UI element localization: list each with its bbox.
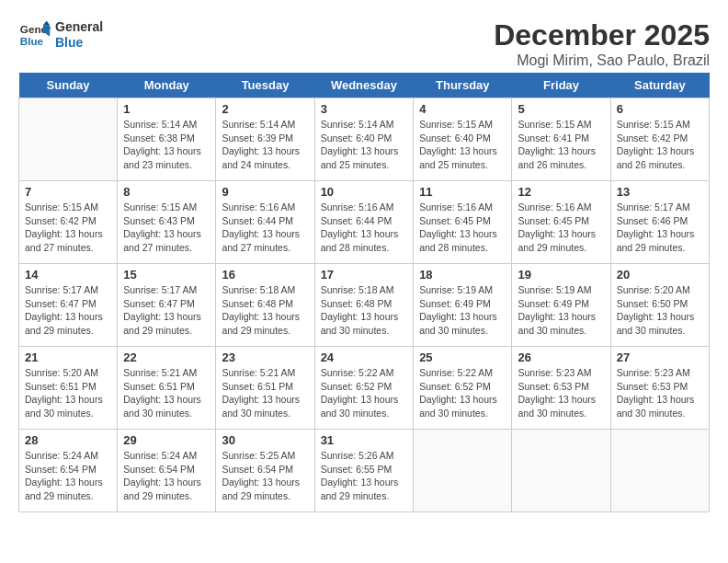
day-number: 10 xyxy=(321,185,408,199)
cell-info: Sunrise: 5:19 AMSunset: 6:49 PMDaylight:… xyxy=(518,283,604,338)
day-cell: 11Sunrise: 5:16 AMSunset: 6:45 PMDayligh… xyxy=(414,181,512,264)
logo-icon: General Blue xyxy=(18,18,51,52)
day-number: 6 xyxy=(617,102,703,116)
day-cell: 22Sunrise: 5:21 AMSunset: 6:51 PMDayligh… xyxy=(118,347,216,430)
day-number: 31 xyxy=(321,433,408,447)
day-header-thursday: Thursday xyxy=(414,73,512,98)
week-row-3: 21Sunrise: 5:20 AMSunset: 6:51 PMDayligh… xyxy=(19,347,710,430)
day-number: 2 xyxy=(222,102,308,116)
cell-info: Sunrise: 5:16 AMSunset: 6:45 PMDaylight:… xyxy=(419,201,506,255)
day-number: 5 xyxy=(518,102,604,116)
cell-info: Sunrise: 5:24 AMSunset: 6:54 PMDaylight:… xyxy=(123,449,210,503)
cell-info: Sunrise: 5:14 AMSunset: 6:40 PMDaylight:… xyxy=(321,118,408,172)
day-header-wednesday: Wednesday xyxy=(314,73,414,98)
day-cell xyxy=(414,430,512,512)
cell-info: Sunrise: 5:18 AMSunset: 6:48 PMDaylight:… xyxy=(222,283,308,338)
cell-info: Sunrise: 5:14 AMSunset: 6:38 PMDaylight:… xyxy=(123,118,210,172)
day-number: 17 xyxy=(321,268,408,282)
cell-info: Sunrise: 5:26 AMSunset: 6:55 PMDaylight:… xyxy=(321,449,408,503)
day-cell: 23Sunrise: 5:21 AMSunset: 6:51 PMDayligh… xyxy=(216,347,314,430)
cell-info: Sunrise: 5:16 AMSunset: 6:44 PMDaylight:… xyxy=(321,201,408,255)
cell-info: Sunrise: 5:22 AMSunset: 6:52 PMDaylight:… xyxy=(321,366,408,420)
day-header-friday: Friday xyxy=(512,73,610,98)
svg-text:Blue: Blue xyxy=(20,35,44,47)
day-cell: 27Sunrise: 5:23 AMSunset: 6:53 PMDayligh… xyxy=(610,347,709,430)
day-cell: 16Sunrise: 5:18 AMSunset: 6:48 PMDayligh… xyxy=(216,264,314,347)
day-cell: 24Sunrise: 5:22 AMSunset: 6:52 PMDayligh… xyxy=(314,347,414,430)
week-row-2: 14Sunrise: 5:17 AMSunset: 6:47 PMDayligh… xyxy=(19,264,710,347)
logo: General Blue General Blue xyxy=(18,18,103,52)
cell-info: Sunrise: 5:15 AMSunset: 6:43 PMDaylight:… xyxy=(123,201,210,255)
day-number: 29 xyxy=(123,433,210,447)
day-cell: 15Sunrise: 5:17 AMSunset: 6:47 PMDayligh… xyxy=(118,264,216,347)
cell-info: Sunrise: 5:21 AMSunset: 6:51 PMDaylight:… xyxy=(123,366,210,420)
day-number: 19 xyxy=(518,268,604,282)
day-header-sunday: Sunday xyxy=(19,73,118,98)
day-header-monday: Monday xyxy=(118,73,216,98)
location-title: Mogi Mirim, Sao Paulo, Brazil xyxy=(494,52,710,69)
day-cell: 7Sunrise: 5:15 AMSunset: 6:42 PMDaylight… xyxy=(19,181,118,264)
calendar-body: 1Sunrise: 5:14 AMSunset: 6:38 PMDaylight… xyxy=(19,98,710,512)
cell-info: Sunrise: 5:22 AMSunset: 6:52 PMDaylight:… xyxy=(419,366,506,420)
day-number: 28 xyxy=(25,433,111,447)
day-cell: 17Sunrise: 5:18 AMSunset: 6:48 PMDayligh… xyxy=(314,264,414,347)
cell-info: Sunrise: 5:19 AMSunset: 6:49 PMDaylight:… xyxy=(419,283,506,338)
cell-info: Sunrise: 5:17 AMSunset: 6:47 PMDaylight:… xyxy=(123,283,210,338)
day-cell: 19Sunrise: 5:19 AMSunset: 6:49 PMDayligh… xyxy=(512,264,610,347)
day-cell: 21Sunrise: 5:20 AMSunset: 6:51 PMDayligh… xyxy=(19,347,118,430)
day-cell xyxy=(610,430,709,512)
day-number: 25 xyxy=(419,350,506,364)
page-header: General Blue General Blue December 2025 … xyxy=(18,18,710,69)
day-cell: 26Sunrise: 5:23 AMSunset: 6:53 PMDayligh… xyxy=(512,347,610,430)
day-header-tuesday: Tuesday xyxy=(216,73,314,98)
day-number: 3 xyxy=(321,102,408,116)
day-number: 20 xyxy=(617,268,703,282)
calendar-table: SundayMondayTuesdayWednesdayThursdayFrid… xyxy=(18,73,710,512)
week-row-1: 7Sunrise: 5:15 AMSunset: 6:42 PMDaylight… xyxy=(19,181,710,264)
day-number: 8 xyxy=(123,185,210,199)
cell-info: Sunrise: 5:17 AMSunset: 6:46 PMDaylight:… xyxy=(617,201,703,255)
day-cell xyxy=(512,430,610,512)
day-cell: 10Sunrise: 5:16 AMSunset: 6:44 PMDayligh… xyxy=(314,181,414,264)
day-number: 1 xyxy=(123,102,210,116)
day-number: 11 xyxy=(419,185,506,199)
day-number: 13 xyxy=(617,185,703,199)
day-header-saturday: Saturday xyxy=(610,73,709,98)
cell-info: Sunrise: 5:23 AMSunset: 6:53 PMDaylight:… xyxy=(518,366,604,420)
cell-info: Sunrise: 5:16 AMSunset: 6:45 PMDaylight:… xyxy=(518,201,604,255)
day-cell: 6Sunrise: 5:15 AMSunset: 6:42 PMDaylight… xyxy=(610,98,709,181)
day-number: 27 xyxy=(617,350,703,364)
cell-info: Sunrise: 5:15 AMSunset: 6:41 PMDaylight:… xyxy=(518,118,604,172)
logo-line1: General xyxy=(55,19,103,35)
cell-info: Sunrise: 5:25 AMSunset: 6:54 PMDaylight:… xyxy=(222,449,308,503)
week-row-0: 1Sunrise: 5:14 AMSunset: 6:38 PMDaylight… xyxy=(19,98,710,181)
day-cell: 20Sunrise: 5:20 AMSunset: 6:50 PMDayligh… xyxy=(610,264,709,347)
cell-info: Sunrise: 5:24 AMSunset: 6:54 PMDaylight:… xyxy=(25,449,111,503)
day-number: 18 xyxy=(419,268,506,282)
day-number: 4 xyxy=(419,102,506,116)
day-cell: 5Sunrise: 5:15 AMSunset: 6:41 PMDaylight… xyxy=(512,98,610,181)
day-cell: 25Sunrise: 5:22 AMSunset: 6:52 PMDayligh… xyxy=(414,347,512,430)
day-number: 7 xyxy=(25,185,111,199)
day-cell: 28Sunrise: 5:24 AMSunset: 6:54 PMDayligh… xyxy=(19,430,118,512)
day-number: 30 xyxy=(222,433,308,447)
day-cell: 29Sunrise: 5:24 AMSunset: 6:54 PMDayligh… xyxy=(118,430,216,512)
month-title: December 2025 xyxy=(494,18,710,52)
day-number: 15 xyxy=(123,268,210,282)
day-cell: 14Sunrise: 5:17 AMSunset: 6:47 PMDayligh… xyxy=(19,264,118,347)
day-cell: 18Sunrise: 5:19 AMSunset: 6:49 PMDayligh… xyxy=(414,264,512,347)
cell-info: Sunrise: 5:16 AMSunset: 6:44 PMDaylight:… xyxy=(222,201,308,255)
day-cell: 12Sunrise: 5:16 AMSunset: 6:45 PMDayligh… xyxy=(512,181,610,264)
day-cell: 9Sunrise: 5:16 AMSunset: 6:44 PMDaylight… xyxy=(216,181,314,264)
day-cell: 2Sunrise: 5:14 AMSunset: 6:39 PMDaylight… xyxy=(216,98,314,181)
day-cell: 1Sunrise: 5:14 AMSunset: 6:38 PMDaylight… xyxy=(118,98,216,181)
day-number: 24 xyxy=(321,350,408,364)
day-cell: 4Sunrise: 5:15 AMSunset: 6:40 PMDaylight… xyxy=(414,98,512,181)
cell-info: Sunrise: 5:23 AMSunset: 6:53 PMDaylight:… xyxy=(617,366,703,420)
cell-info: Sunrise: 5:17 AMSunset: 6:47 PMDaylight:… xyxy=(25,283,111,338)
title-area: December 2025 Mogi Mirim, Sao Paulo, Bra… xyxy=(494,18,710,69)
cell-info: Sunrise: 5:20 AMSunset: 6:50 PMDaylight:… xyxy=(617,283,703,338)
day-cell xyxy=(19,98,118,181)
logo-line2: Blue xyxy=(55,35,103,51)
cell-info: Sunrise: 5:14 AMSunset: 6:39 PMDaylight:… xyxy=(222,118,308,172)
